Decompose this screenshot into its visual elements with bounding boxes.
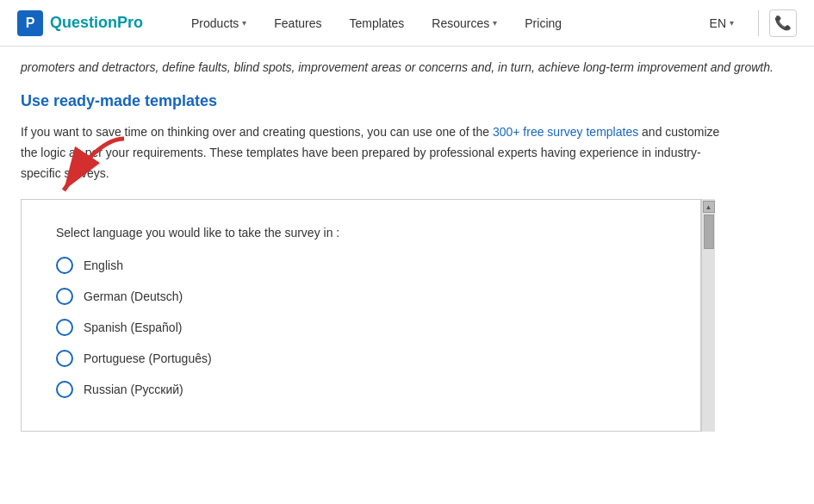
intro-text: promoters and detractors, define faults,… [21,59,793,77]
option-portuguese[interactable]: Portuguese (Português) [56,350,666,367]
phone-button[interactable]: 📞 [769,9,797,37]
radio-german[interactable] [56,288,73,305]
products-dropdown-arrow: ▾ [242,18,246,28]
nav-item-products[interactable]: Products ▾ [177,0,260,47]
phone-icon: 📞 [774,15,792,31]
section-title: Use ready-made templates [21,92,793,110]
logo-icon: P [17,10,43,36]
option-spanish[interactable]: Spanish (Español) [56,319,666,336]
label-german: German (Deutsch) [84,289,183,303]
scroll-thumb[interactable] [704,215,714,249]
survey-area-wrapper: Select language you would like to take t… [21,199,793,432]
radio-russian[interactable] [56,381,73,398]
nav-item-templates[interactable]: Templates [336,0,419,47]
nav-item-features[interactable]: Features [260,0,335,47]
nav-divider [758,10,759,36]
templates-link[interactable]: 300+ free survey templates [493,125,638,139]
label-spanish: Spanish (Español) [84,320,182,334]
radio-spanish[interactable] [56,319,73,336]
option-german[interactable]: German (Deutsch) [56,288,666,305]
lang-dropdown-arrow: ▾ [730,18,734,28]
radio-portuguese[interactable] [56,350,73,367]
scroll-up-button[interactable]: ▲ [703,201,715,213]
main-content: promoters and detractors, define faults,… [0,47,814,504]
nav-right: EN ▾ 📞 [696,0,797,47]
resources-dropdown-arrow: ▾ [493,18,497,28]
survey-inner: Select language you would like to take t… [22,200,700,432]
radio-english[interactable] [56,257,73,274]
scrollbar[interactable]: ▲ [701,199,715,432]
navbar: P QuestionPro Products ▾ Features Templa… [0,0,814,47]
logo[interactable]: P QuestionPro [17,10,143,36]
label-portuguese: Portuguese (Português) [84,352,212,365]
option-english[interactable]: English [56,257,666,274]
nav-links: Products ▾ Features Templates Resources … [177,0,696,47]
survey-frame: Select language you would like to take t… [21,199,701,432]
nav-item-resources[interactable]: Resources ▾ [418,0,511,47]
nav-item-pricing[interactable]: Pricing [511,0,575,47]
label-english: English [84,258,123,272]
description-text: If you want to save time on thinking ove… [21,122,727,184]
nav-lang[interactable]: EN ▾ [696,0,748,47]
survey-frame-container: Select language you would like to take t… [21,199,715,432]
survey-question: Select language you would like to take t… [56,226,666,240]
label-russian: Russian (Русский) [84,383,183,396]
option-russian[interactable]: Russian (Русский) [56,381,666,398]
logo-text: QuestionPro [50,14,143,32]
